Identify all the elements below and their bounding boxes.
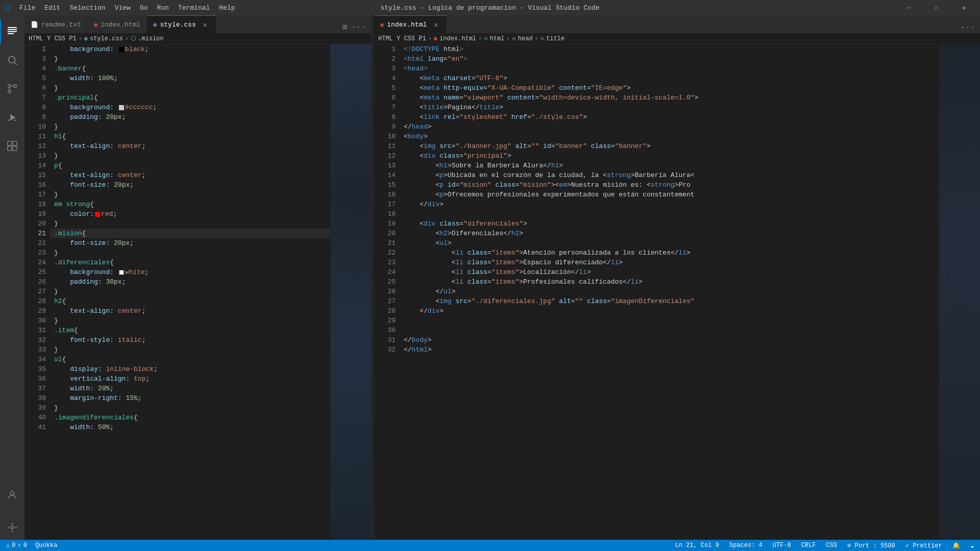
html-line-5: <meta http-equiv="X-UA-Compatible" conte… xyxy=(400,83,939,93)
left-minimap xyxy=(330,44,371,540)
menu-view[interactable]: View xyxy=(111,2,135,14)
html-line-30 xyxy=(400,325,939,335)
svg-point-0 xyxy=(9,57,15,63)
html-line-32: </html> xyxy=(400,345,939,355)
right-code-area[interactable]: <!DOCTYPE html> <html lang="en"> <head> … xyxy=(400,44,939,540)
right-breadcrumb-title: title xyxy=(546,35,565,42)
code-line-19: color:red; xyxy=(50,209,330,219)
right-editor-content: 1 2 3 4 5 6 7 8 9 10 11 12 13 14 xyxy=(374,44,980,540)
code-line-31: .item{ xyxy=(50,325,330,335)
html-line-8: <link rel="stylesheet" href="./style.css… xyxy=(400,112,939,122)
tab-readme[interactable]: 📄 readme.txt xyxy=(24,15,88,33)
close-button[interactable]: ✕ xyxy=(952,0,976,15)
html-icon-right: ◉ xyxy=(380,21,384,29)
activity-bar xyxy=(0,15,24,540)
menu-run[interactable]: Run xyxy=(153,2,173,14)
language-label: CSS xyxy=(826,542,837,549)
maximize-button[interactable]: ☐ xyxy=(925,0,948,15)
activity-search[interactable] xyxy=(0,48,24,72)
activity-explorer[interactable] xyxy=(0,19,24,44)
activity-account[interactable] xyxy=(0,483,24,507)
status-cursor[interactable]: Ln 21, Col 9 xyxy=(673,542,721,549)
activity-settings[interactable] xyxy=(0,515,24,540)
code-line-2: background: black; xyxy=(50,44,330,54)
status-quokka[interactable]: Quokka xyxy=(33,542,59,549)
html-line-9: </head> xyxy=(400,122,939,132)
svg-rect-12 xyxy=(13,146,17,151)
tab-close-right-indexhtml[interactable]: ✕ xyxy=(432,20,440,29)
svg-rect-7 xyxy=(8,120,11,121)
cursor-position: Ln 21, Col 9 xyxy=(675,542,719,549)
menu-bar: File Edit Selection View Go Run Terminal… xyxy=(15,2,239,14)
right-breadcrumb-head: head xyxy=(518,35,533,42)
right-line-numbers: 1 2 3 4 5 6 7 8 9 10 11 12 13 14 xyxy=(374,44,400,540)
menu-terminal[interactable]: Terminal xyxy=(174,2,214,14)
more-actions-icon[interactable]: ··· xyxy=(350,21,367,33)
encoding-label: UTF-8 xyxy=(773,542,791,549)
code-line-6: } xyxy=(50,83,330,93)
prettier-label: ✓ Prettier xyxy=(905,542,942,549)
notification-icon: 🔔 xyxy=(952,542,960,549)
html-line-21: <ul> xyxy=(400,238,939,248)
svg-point-4 xyxy=(14,85,17,88)
right-editor-pane: ◉ index.html ✕ ··· HTML Y CSS P1 › ◉ ind… xyxy=(374,15,980,540)
split-editor-icon[interactable]: ⊞ xyxy=(341,21,349,33)
html-line-24: <li class="items">Localización</li> xyxy=(400,267,939,277)
html-line-28: </div> xyxy=(400,306,939,316)
status-prettier[interactable]: ✓ Prettier xyxy=(903,542,944,549)
right-breadcrumb-root: HTML Y CSS P1 xyxy=(378,35,426,42)
right-breadcrumb: HTML Y CSS P1 › ◉ index.html › ◇ html › … xyxy=(374,33,980,44)
html-line-13: <h1>Sobre la Barbería Alura</h1> xyxy=(400,161,939,170)
code-line-23: } xyxy=(50,248,330,258)
status-notifications[interactable]: 🔔 xyxy=(950,542,962,549)
code-line-21: .mision{ xyxy=(50,229,330,238)
html-line-1: <!DOCTYPE html> xyxy=(400,44,939,54)
tab-close-stylecss[interactable]: ✕ xyxy=(201,20,209,29)
activity-extensions[interactable] xyxy=(0,134,24,158)
status-encoding[interactable]: UTF-8 xyxy=(771,542,793,549)
html-line-29 xyxy=(400,316,939,325)
activity-run-debug[interactable] xyxy=(0,105,24,130)
html-line-23: <li class="items">Espacio diferenciado</… xyxy=(400,258,939,267)
left-code-area[interactable]: background: black; } .banner{ width: 100… xyxy=(50,44,330,540)
code-line-33: } xyxy=(50,345,330,355)
minimize-button[interactable]: — xyxy=(897,0,921,15)
status-spaces[interactable]: Spaces: 4 xyxy=(727,542,765,549)
status-port[interactable]: ⊘ Port : 5500 xyxy=(845,542,897,549)
menu-file[interactable]: File xyxy=(15,2,39,14)
menu-help[interactable]: Help xyxy=(215,2,239,14)
code-line-40: .imagendiferenciales{ xyxy=(50,413,330,422)
code-line-17: } xyxy=(50,190,330,199)
html-line-7: <title>Pagina</title> xyxy=(400,103,939,112)
svg-rect-8 xyxy=(14,120,17,121)
tab-right-indexhtml[interactable]: ◉ index.html ✕ xyxy=(374,15,447,33)
status-errors[interactable]: ⚠ 0 ⚡ 0 xyxy=(4,542,29,549)
status-eol[interactable]: CRLF xyxy=(799,542,818,549)
menu-selection[interactable]: Selection xyxy=(65,2,109,14)
left-breadcrumb: HTML Y CSS P1 › ◉ style.css › ⬡ .mision xyxy=(24,33,371,44)
status-remote[interactable]: ☁ xyxy=(968,542,976,549)
html-line-12: <div class="principal"> xyxy=(400,151,939,161)
code-line-14: p{ xyxy=(50,161,330,170)
right-breadcrumb-html: html xyxy=(490,35,505,42)
code-line-20: } xyxy=(50,219,330,229)
code-line-36: vertical-align: top; xyxy=(50,374,330,384)
tab-stylecss[interactable]: ◉ style.css ✕ xyxy=(147,15,215,33)
html-line-31: </body> xyxy=(400,335,939,345)
vscode-icon: ⬡ xyxy=(4,3,11,13)
html-line-3: <head> xyxy=(400,64,939,73)
right-tab-actions: ··· xyxy=(955,22,980,33)
status-language[interactable]: CSS xyxy=(824,542,839,549)
right-more-actions-icon[interactable]: ··· xyxy=(959,22,976,33)
activity-source-control[interactable] xyxy=(0,77,24,101)
code-line-41: width: 50%; xyxy=(50,422,330,432)
menu-edit[interactable]: Edit xyxy=(40,2,64,14)
code-line-3: } xyxy=(50,54,330,64)
code-line-12: text-align: center; xyxy=(50,141,330,151)
tab-indexhtml[interactable]: ◉ index.html xyxy=(88,15,147,33)
left-tab-actions: ⊞ ··· xyxy=(337,21,371,33)
title-bar: ⬡ File Edit Selection View Go Run Termin… xyxy=(0,0,980,15)
code-line-37: width: 20%; xyxy=(50,384,330,393)
spaces-label: Spaces: 4 xyxy=(729,542,763,549)
menu-go[interactable]: Go xyxy=(136,2,152,14)
